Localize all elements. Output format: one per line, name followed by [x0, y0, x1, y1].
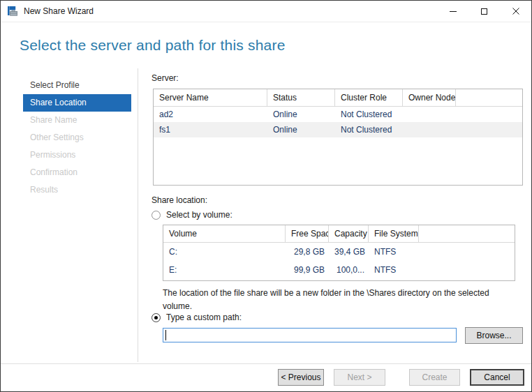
next-button[interactable]: Next >	[334, 369, 385, 386]
col-server-name[interactable]: Server Name	[154, 89, 267, 106]
server-row-ad2[interactable]: ad2 Online Not Clustered	[154, 107, 522, 122]
share-location-label: Share location:	[152, 195, 207, 205]
sidebar-item-share-name: Share Name	[23, 112, 131, 129]
maximize-button[interactable]	[468, 1, 500, 22]
browse-button[interactable]: Browse...	[465, 327, 523, 344]
cancel-button[interactable]: Cancel	[470, 369, 524, 386]
server-label: Server:	[152, 73, 179, 83]
sidebar-item-share-location[interactable]: Share Location	[23, 94, 131, 112]
server-manager-icon	[7, 6, 18, 17]
col-volume[interactable]: Volume	[163, 225, 286, 242]
page-title: Select the server and path for this shar…	[20, 37, 286, 54]
sidebar-divider	[138, 68, 138, 362]
maximize-icon	[481, 8, 487, 15]
custom-path-radio[interactable]	[152, 313, 161, 322]
window-title: New Share Wizard	[24, 6, 94, 16]
previous-button[interactable]: < Previous	[278, 369, 324, 386]
sidebar-item-other-settings: Other Settings	[23, 129, 131, 146]
select-by-volume-label[interactable]: Select by volume:	[166, 210, 232, 220]
minimize-button[interactable]	[437, 1, 468, 22]
close-icon	[512, 8, 519, 15]
shares-directory-note: The location of the file share will be a…	[163, 287, 515, 313]
footer-divider	[1, 363, 531, 364]
volume-table: Volume Free Space Capacity File System C…	[163, 225, 515, 281]
text-caret	[165, 330, 166, 340]
sidebar-item-confirmation: Confirmation	[23, 164, 131, 181]
col-capacity[interactable]: Capacity	[329, 225, 369, 242]
server-table: Server Name Status Cluster Role Owner No…	[153, 89, 523, 186]
sidebar-item-results: Results	[23, 181, 131, 199]
select-by-volume-radio[interactable]	[152, 211, 161, 220]
col-file-system[interactable]: File System	[369, 225, 419, 242]
wizard-step-list: Select Profile Share Location Share Name…	[23, 77, 131, 199]
minimize-icon	[450, 11, 457, 12]
new-share-wizard-window: New Share Wizard Select the server and p…	[0, 0, 532, 392]
volume-table-header: Volume Free Space Capacity File System	[163, 225, 515, 243]
window-controls	[437, 1, 531, 22]
close-button[interactable]	[500, 1, 531, 22]
server-row-fs1[interactable]: fs1 Online Not Clustered	[154, 122, 522, 137]
custom-path-input[interactable]	[163, 328, 457, 342]
create-button[interactable]: Create	[409, 369, 460, 386]
col-status[interactable]: Status	[267, 89, 335, 106]
sidebar-item-select-profile[interactable]: Select Profile	[23, 77, 131, 94]
volume-row-c[interactable]: C: 29,8 GB 39,4 GB NTFS	[163, 243, 515, 261]
volume-row-e[interactable]: E: 99,9 GB 100,0... NTFS	[163, 261, 515, 279]
server-table-header: Server Name Status Cluster Role Owner No…	[154, 89, 522, 107]
title-bar[interactable]: New Share Wizard	[1, 1, 531, 22]
custom-path-label[interactable]: Type a custom path:	[166, 312, 242, 322]
col-free-space[interactable]: Free Space	[286, 225, 329, 242]
sidebar-item-permissions: Permissions	[23, 146, 131, 164]
col-owner-node[interactable]: Owner Node	[403, 89, 456, 106]
col-cluster-role[interactable]: Cluster Role	[335, 89, 403, 106]
